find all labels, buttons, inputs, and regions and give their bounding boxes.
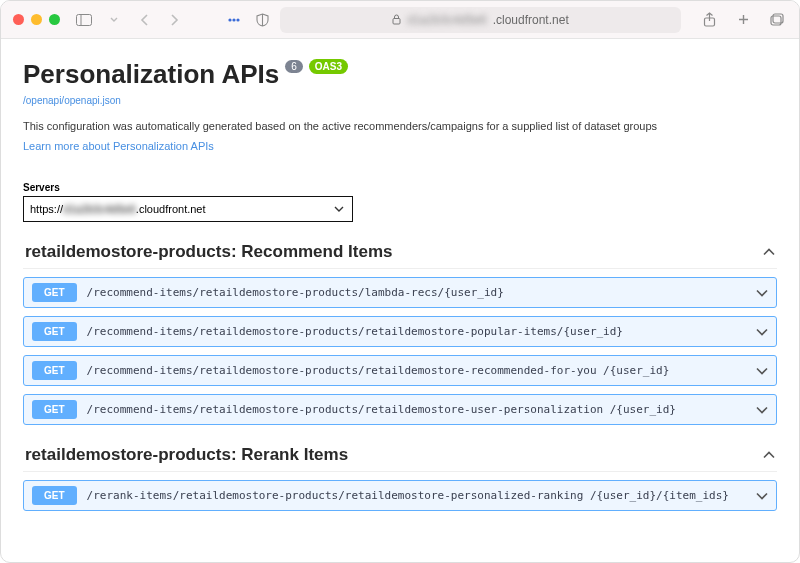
svg-rect-0 <box>77 14 92 25</box>
page-content: Personalization APIs 6 OAS3 /openapi/ope… <box>1 39 799 562</box>
forward-button[interactable] <box>164 10 184 30</box>
http-method-badge: GET <box>32 400 77 419</box>
oas-badge: OAS3 <box>309 59 348 74</box>
operation-row[interactable]: GET/recommend-items/retaildemostore-prod… <box>23 316 777 347</box>
api-version-badge: 6 <box>285 60 303 73</box>
operation-path: /recommend-items/retaildemostore-product… <box>87 325 746 339</box>
chevron-down-icon <box>756 367 768 375</box>
learn-more-link[interactable]: Learn more about Personalization APIs <box>23 140 214 152</box>
chevron-down-icon <box>334 206 344 213</box>
tag-header[interactable]: retaildemostore-products: Recommend Item… <box>23 238 777 269</box>
http-method-badge: GET <box>32 322 77 341</box>
servers-label: Servers <box>23 182 777 193</box>
privacy-shield-icon[interactable] <box>252 10 272 30</box>
svg-rect-5 <box>393 19 400 25</box>
tab-overview-icon[interactable] <box>767 10 787 30</box>
sidebar-toggle-icon[interactable] <box>74 10 94 30</box>
operation-row[interactable]: GET/recommend-items/retaildemostore-prod… <box>23 394 777 425</box>
browser-window: d1a2b3c4d5e6 .cloudfront.net Personaliza… <box>0 0 800 563</box>
share-icon[interactable] <box>699 10 719 30</box>
chevron-down-icon <box>756 406 768 414</box>
operation-row[interactable]: GET/recommend-items/retaildemostore-prod… <box>23 355 777 386</box>
http-method-badge: GET <box>32 361 77 380</box>
svg-point-4 <box>236 18 239 21</box>
new-tab-icon[interactable] <box>733 10 753 30</box>
chevron-down-icon[interactable] <box>104 10 124 30</box>
chevron-down-icon <box>756 492 768 500</box>
titlebar: d1a2b3c4d5e6 .cloudfront.net <box>1 1 799 39</box>
tag-title: retaildemostore-products: Recommend Item… <box>25 242 392 262</box>
tag-section: retaildemostore-products: Rerank ItemsGE… <box>23 441 777 511</box>
chevron-up-icon <box>763 451 775 459</box>
svg-point-2 <box>228 18 231 21</box>
address-host: .cloudfront.net <box>493 13 569 27</box>
tag-header[interactable]: retaildemostore-products: Rerank Items <box>23 441 777 472</box>
operation-row[interactable]: GET/recommend-items/retaildemostore-prod… <box>23 277 777 308</box>
page-title: Personalization APIs <box>23 59 279 90</box>
back-button[interactable] <box>134 10 154 30</box>
zoom-window-button[interactable] <box>49 14 60 25</box>
http-method-badge: GET <box>32 283 77 302</box>
openapi-spec-link[interactable]: /openapi/openapi.json <box>23 95 121 106</box>
tag-section: retaildemostore-products: Recommend Item… <box>23 238 777 425</box>
window-controls <box>13 14 60 25</box>
chevron-up-icon <box>763 248 775 256</box>
chevron-down-icon <box>756 328 768 336</box>
close-window-button[interactable] <box>13 14 24 25</box>
operation-row[interactable]: GET/rerank-items/retaildemostore-product… <box>23 480 777 511</box>
extension-icon[interactable] <box>224 10 244 30</box>
servers-dropdown[interactable]: https:// d1a2b3c4d5e6 .cloudfront.net <box>23 196 353 222</box>
chevron-down-icon <box>756 289 768 297</box>
lock-icon <box>392 14 401 25</box>
api-description: This configuration was automatically gen… <box>23 120 777 132</box>
server-url-prefix: https:// <box>30 203 63 215</box>
operation-path: /rerank-items/retaildemostore-products/r… <box>87 489 746 503</box>
minimize-window-button[interactable] <box>31 14 42 25</box>
tag-title: retaildemostore-products: Rerank Items <box>25 445 348 465</box>
server-url-suffix: .cloudfront.net <box>136 203 206 215</box>
http-method-badge: GET <box>32 486 77 505</box>
operation-path: /recommend-items/retaildemostore-product… <box>87 403 746 417</box>
address-bar[interactable]: d1a2b3c4d5e6 .cloudfront.net <box>280 7 681 33</box>
operation-path: /recommend-items/retaildemostore-product… <box>87 364 746 378</box>
address-host-blurred: d1a2b3c4d5e6 <box>407 13 486 27</box>
operation-path: /recommend-items/retaildemostore-product… <box>87 286 746 300</box>
svg-point-3 <box>232 18 235 21</box>
server-url-blurred: d1a2b3c4d5e6 <box>63 203 136 215</box>
